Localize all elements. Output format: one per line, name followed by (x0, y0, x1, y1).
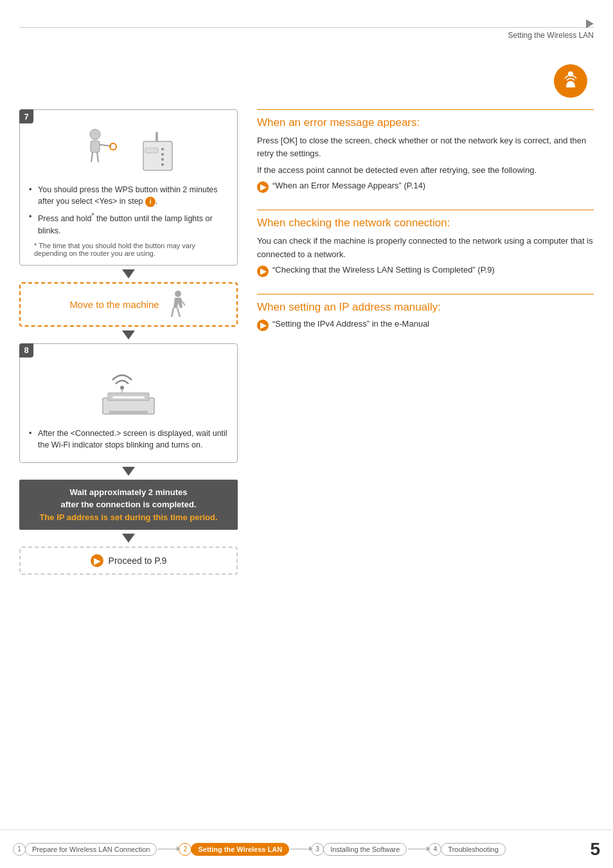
step-reference-circle: i (145, 197, 155, 207)
proceed-icon: ▶ (91, 554, 103, 567)
nav-step-1[interactable]: 1 Prepare for Wireless LAN Connection (13, 843, 157, 856)
arrow-3-shape (122, 467, 135, 476)
nav-num-2: 2 (179, 843, 191, 856)
arrow-1-shape (122, 269, 135, 278)
wifi-person-icon-container (554, 64, 587, 98)
svg-line-5 (97, 152, 98, 162)
wait-line-3: The IP address is set during this time p… (28, 511, 229, 524)
svg-rect-2 (91, 141, 100, 152)
step-7-number: 7 (19, 109, 33, 123)
arrow-4-shape (122, 534, 135, 543)
arrow-4 (19, 530, 238, 547)
section2-divider (257, 210, 594, 210)
svg-rect-26 (112, 396, 145, 399)
svg-point-10 (161, 153, 164, 156)
wait-line-1: Wait approximately 2 minutes (28, 486, 229, 499)
header-line (19, 27, 594, 28)
step-8-box: 8 (19, 343, 238, 463)
step7-illustration (29, 127, 228, 175)
nav-arrow-3 (408, 849, 427, 849)
arrow-1 (19, 266, 238, 282)
section3-link-text: “Setting the IPv4 Address” in the e-Manu… (272, 319, 429, 329)
section1-link-icon: ▶ (257, 181, 269, 193)
svg-line-16 (177, 308, 180, 317)
nav-bubble-3: 3 Installing the Software (311, 843, 407, 856)
nav-step-2[interactable]: 2 Setting the Wireless LAN (179, 843, 289, 856)
nav-bubble-4: 4 Troubleshooting (429, 843, 505, 856)
section2-link[interactable]: ▶ “Checking that the Wireless LAN Settin… (257, 265, 594, 277)
walking-person-icon (168, 290, 188, 319)
right-column: When an error message appears: Press [OK… (257, 109, 594, 817)
section3-title: When setting an IP address manually: (257, 301, 594, 314)
svg-rect-13 (145, 148, 158, 153)
section1-body1: Press [OK] to close the screen, check wh… (257, 134, 594, 160)
step8-printer-svg (90, 361, 167, 419)
step8-illustration (29, 361, 228, 419)
step8-bullet-1: After the <Connected.> screen is display… (29, 428, 228, 451)
step8-bullets: After the <Connected.> screen is display… (29, 428, 228, 451)
section2-link-text: “Checking that the Wireless LAN Setting … (272, 265, 495, 275)
svg-line-15 (172, 308, 173, 317)
step7-person-svg (82, 127, 127, 175)
step7-bullet-1: You should press the WPS button within 2… (29, 184, 228, 207)
step7-footnote: The time that you should hold the button… (29, 242, 228, 257)
nav-label-4: Troubleshooting (441, 843, 505, 856)
svg-point-18 (120, 386, 124, 390)
step-8-number: 8 (19, 343, 33, 357)
nav-step-4[interactable]: 4 Troubleshooting (429, 843, 505, 856)
nav-num-3: 3 (311, 843, 324, 856)
header-arrow-icon (586, 19, 594, 28)
svg-point-12 (161, 163, 164, 166)
proceed-box[interactable]: ▶ Proceed to P.9 (19, 547, 238, 575)
svg-line-4 (91, 152, 93, 162)
svg-rect-7 (143, 141, 172, 170)
wifi-person-icon (561, 69, 580, 93)
arrow-3 (19, 463, 238, 480)
arrow-2-shape (122, 330, 135, 339)
section2-body1: You can check if the machine is properly… (257, 235, 594, 260)
svg-point-11 (161, 158, 164, 161)
svg-point-6 (110, 143, 116, 150)
nav-bubble-1: 1 Prepare for Wireless LAN Connection (13, 843, 157, 856)
section-ip: When setting an IP address manually: ▶ “… (257, 294, 594, 334)
svg-point-14 (175, 291, 181, 297)
nav-step-3[interactable]: 3 Installing the Software (311, 843, 407, 856)
svg-point-1 (90, 129, 100, 140)
step7-bullets: You should press the WPS button within 2… (29, 184, 228, 237)
nav-label-2: Setting the Wireless LAN (191, 843, 289, 856)
left-column: 7 (19, 109, 238, 817)
nav-arrow-2 (290, 849, 310, 849)
nav-bubble-2: 2 Setting the Wireless LAN (179, 843, 289, 856)
svg-point-9 (161, 148, 164, 150)
nav-label-3: Installing the Software (323, 843, 407, 856)
section1-body2: If the access point cannot be detected e… (257, 164, 594, 177)
section1-title: When an error message appears: (257, 116, 594, 129)
header: Setting the Wireless LAN (0, 0, 613, 39)
step-7-box: 7 (19, 109, 238, 266)
step7-router-svg (140, 129, 175, 174)
section-network: When checking the network connection: Yo… (257, 210, 594, 279)
proceed-text: Proceed to P.9 (109, 556, 167, 566)
main-content: 7 (19, 109, 594, 817)
section3-divider (257, 294, 594, 294)
section2-link-icon: ▶ (257, 266, 269, 277)
section1-link[interactable]: ▶ “When an Error Message Appears” (P.14) (257, 181, 594, 193)
arrow-2 (19, 327, 238, 343)
section-error: When an error message appears: Press [OK… (257, 109, 594, 195)
bottom-nav: 1 Prepare for Wireless LAN Connection 2 … (0, 829, 613, 868)
move-box-text: Move to the machine (69, 299, 159, 310)
section3-link[interactable]: ▶ “Setting the IPv4 Address” in the e-Ma… (257, 319, 594, 331)
nav-num-1: 1 (13, 843, 26, 856)
nav-arrow-1 (158, 849, 177, 849)
step7-bullet-2: Press and hold* the button until the lam… (29, 211, 228, 236)
svg-rect-25 (109, 411, 148, 414)
section1-link-text: “When an Error Message Appears” (P.14) (272, 181, 425, 190)
svg-rect-8 (155, 132, 158, 142)
header-title: Setting the Wireless LAN (508, 31, 594, 40)
nav-label-1: Prepare for Wireless LAN Connection (25, 843, 157, 856)
nav-num-4: 4 (429, 843, 441, 856)
wait-box: Wait approximately 2 minutes after the c… (19, 480, 238, 530)
wait-line-2: after the connection is completed. (28, 498, 229, 511)
section1-divider (257, 109, 594, 110)
move-to-machine-box: Move to the machine (19, 282, 238, 327)
